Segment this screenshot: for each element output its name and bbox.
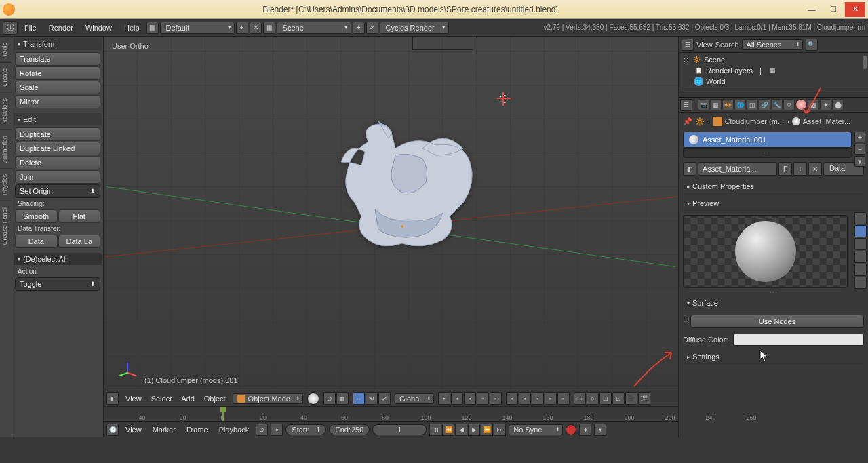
tl-view-menu[interactable]: View [121,426,146,434]
outliner-view-menu[interactable]: View [696,41,713,49]
lock-camera-icon[interactable]: ⬚ [574,392,586,405]
menu-file[interactable]: File [19,24,42,32]
slot-grip[interactable]: ⋯ [683,148,852,158]
editor-type-props-icon[interactable]: ☰ [680,99,692,111]
outliner-search-icon[interactable]: 🔍 [806,39,818,51]
surface-header[interactable]: Surface [683,296,864,310]
tab-grease-pencil[interactable]: Grease Pencil [0,201,12,251]
play-reverse-button[interactable]: ◀ [455,424,467,436]
new-material-button[interactable]: + [793,162,807,176]
data-button[interactable]: Data [15,235,58,248]
minimize-button[interactable]: — [802,2,822,17]
pin-icon[interactable]: 📌 [683,117,692,126]
tab-texture-icon[interactable]: ▩ [808,99,819,110]
menu-render[interactable]: Render [43,24,79,32]
remove-slot-button[interactable]: − [854,144,865,155]
snap-icon[interactable]: ⊡ [599,392,612,405]
scene-browse-icon[interactable]: ▦ [263,22,275,34]
join-button[interactable]: Join [15,170,100,184]
tree-world[interactable]: 🌐World [680,76,867,87]
node-tree-icon[interactable]: ⊞ [683,315,689,328]
custom-properties-header[interactable]: Custom Properties [683,180,864,194]
render-engine-dropdown[interactable]: Cycles Render [380,22,449,34]
tab-object-icon[interactable]: ◫ [747,99,758,110]
tab-scene-icon[interactable]: 🔆 [722,99,734,110]
delete-scene-button[interactable]: ✕ [366,22,378,34]
manipulator-translate-icon[interactable]: ↔ [353,392,365,405]
tab-world-icon[interactable]: 🌐 [734,99,746,110]
play-button[interactable]: ▶ [468,424,480,436]
add-menu[interactable]: Add [178,395,197,403]
tab-physics[interactable]: Physics [0,168,12,201]
preview-monkey-icon[interactable] [854,251,867,263]
jump-end-button[interactable]: ⏭ [494,424,506,436]
tab-physics-icon[interactable]: ⬤ [832,99,844,110]
select-menu[interactable]: Select [149,395,175,403]
browse-material-icon[interactable]: ◐ [683,162,696,176]
edit-panel-header[interactable]: Edit [14,113,102,125]
tab-render-icon[interactable]: 📷 [698,99,709,110]
breadcrumb-object[interactable]: Cloudjumper (m... [725,117,784,125]
tab-constraints-icon[interactable]: 🔗 [759,99,770,110]
manipulator-icon[interactable]: ▦ [336,392,349,405]
keyframe-type-icon[interactable]: ♦ [271,424,283,436]
use-nodes-button[interactable]: Use Nodes [690,315,864,328]
delete-button[interactable]: Delete [15,156,100,169]
tab-tools[interactable]: Tools [0,37,12,62]
tab-relations[interactable]: Relations [0,92,12,129]
mode-dropdown[interactable]: Object Mode [233,393,303,404]
tab-data-icon[interactable]: ▽ [783,99,795,110]
material-slot[interactable]: Asset_Material.001 [683,132,852,148]
flat-button[interactable]: Flat [58,209,101,223]
tab-particles-icon[interactable]: ✦ [820,99,831,110]
settings-header[interactable]: Settings [683,350,864,364]
menu-help[interactable]: Help [119,24,145,32]
tl-frame-menu[interactable]: Frame [182,426,212,434]
tab-create[interactable]: Create [0,62,12,92]
3d-viewport[interactable]: User Ortho (1) Cloudjumper (mods).001 [104,37,678,390]
keyframe-next-button[interactable]: ⏩ [481,424,493,436]
delete-layout-button[interactable]: ✕ [250,22,262,34]
preview-header[interactable]: Preview [683,197,864,211]
close-button[interactable]: ✕ [845,2,865,17]
sync-dropdown[interactable]: No Sync [509,424,563,435]
view-menu[interactable]: View [123,395,144,403]
rotate-button[interactable]: Rotate [15,66,100,80]
shading-mode-icon[interactable] [307,392,319,405]
layer-buttons[interactable]: ▪▫▫▫▫ [438,392,502,405]
fake-user-button[interactable]: F [778,162,792,176]
manipulator-rotate-icon[interactable]: ⟲ [366,392,378,405]
tree-renderlayers[interactable]: 📋RenderLayers|▦ [680,65,867,76]
scale-button[interactable]: Scale [15,81,100,94]
editor-type-outliner-icon[interactable]: ☰ [682,39,694,51]
timeline-editor[interactable]: -40 -20 0 20 40 60 80 100 120 140 160 18… [104,406,678,421]
editor-type-timeline-icon[interactable]: 🕐 [106,424,119,436]
add-scene-button[interactable]: + [353,22,365,34]
screen-layout-dropdown[interactable]: Default [160,22,235,34]
duplicate-button[interactable]: Duplicate [15,127,100,141]
auto-keyframe-icon[interactable]: ⊙ [256,424,268,436]
start-frame-field[interactable]: Start:1 [285,424,326,435]
preview-world-icon[interactable] [854,277,867,289]
tl-playback-menu[interactable]: Playback [215,426,254,434]
outliner-display-dropdown[interactable]: All Scenes [742,39,803,50]
diffuse-color-swatch[interactable] [733,334,864,346]
mirror-button[interactable]: Mirror [15,95,100,108]
tl-marker-menu[interactable]: Marker [149,426,180,434]
outliner-tree[interactable]: ⊖🔆Scene 📋RenderLayers|▦ 🌐World [679,53,868,92]
scene-dropdown[interactable]: Scene [277,22,351,34]
slot-specials-button[interactable]: ▾ [854,156,865,167]
maximize-button[interactable]: ☐ [823,2,844,17]
jump-start-button[interactable]: ⏮ [429,424,441,436]
current-frame-field[interactable]: 1 [372,424,427,435]
set-origin-dropdown[interactable]: Set Origin [15,184,100,198]
keyframe-prev-button[interactable]: ⏪ [442,424,454,436]
duplicate-linked-button[interactable]: Duplicate Linked [15,142,100,155]
data-layout-button[interactable]: Data La [58,235,101,248]
outliner-hscroll[interactable] [679,92,868,97]
auto-record-button[interactable] [566,424,576,435]
opengl-render-icon[interactable]: 🎥 [625,392,637,405]
opengl-anim-icon[interactable]: 🎬 [638,392,650,405]
action-dropdown[interactable]: Toggle [15,277,100,291]
keying-set-icon[interactable]: ♦ [579,424,591,436]
